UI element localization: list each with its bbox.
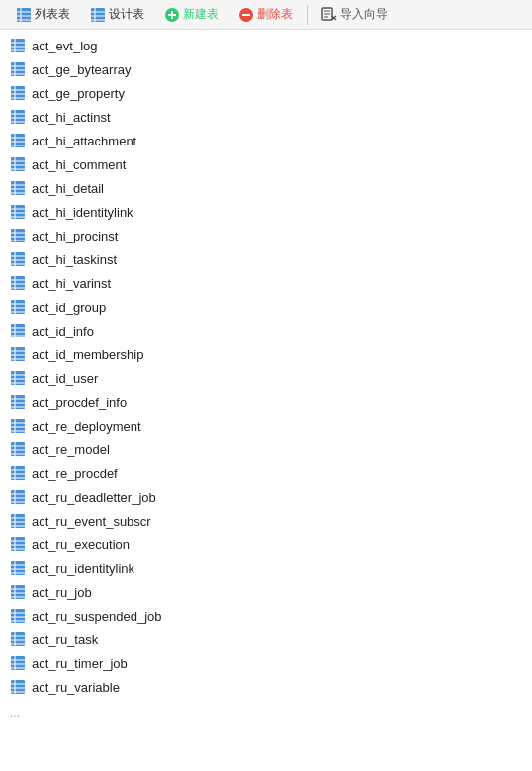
delete-table-label: 删除表 — [257, 6, 293, 23]
table-grid-icon — [10, 299, 26, 315]
table-name-label: act_hi_varinst — [32, 276, 111, 291]
table-name-label: act_procdef_info — [32, 395, 127, 410]
table-grid-icon — [10, 180, 26, 196]
table-row-act-re-deployment[interactable]: act_re_deployment — [0, 414, 532, 437]
table-name-label: act_evt_log — [32, 39, 98, 53]
table-name-label: act_re_deployment — [32, 419, 141, 434]
table-name-label: act_hi_attachment — [32, 134, 136, 148]
table-grid-icon — [10, 489, 26, 505]
import-wizard-label: 导入向导 — [340, 6, 388, 23]
table-row-act-hi-detail[interactable]: act_hi_detail — [0, 176, 532, 200]
table-grid-icon — [10, 536, 26, 552]
table-grid-icon — [10, 85, 26, 101]
table-row-act-hi-procinst[interactable]: act_hi_procinst — [0, 224, 532, 247]
table-row-act-ge-bytearray[interactable]: act_ge_bytearray — [0, 57, 532, 81]
table-grid-icon — [10, 251, 26, 267]
delete-table-btn[interactable]: 删除表 — [230, 4, 301, 25]
table-name-label: act_hi_procinst — [32, 229, 118, 243]
table-row-act-procdef-info[interactable]: act_procdef_info — [0, 390, 532, 414]
table-grid-icon — [10, 560, 26, 576]
table-name-label: act_re_procdef — [32, 466, 118, 481]
table-grid-icon — [10, 394, 26, 410]
table-name-label: act_ru_execution — [32, 537, 130, 552]
table-row-act-hi-identitylink[interactable]: act_hi_identitylink — [0, 200, 532, 224]
table-grid-icon — [10, 204, 26, 220]
design-table-btn[interactable]: 设计表 — [82, 4, 152, 25]
table-row-act-ru-suspended-job[interactable]: act_ru_suspended_job — [0, 604, 532, 627]
design-table-label: 设计表 — [109, 6, 144, 23]
table-name-label: act_ru_event_subscr — [32, 514, 151, 529]
more-indicator: ... — [0, 703, 532, 723]
table-name-label: act_ru_task — [32, 632, 98, 647]
toolbar-divider — [307, 5, 308, 25]
import-wizard-btn[interactable]: 导入向导 — [313, 4, 396, 25]
new-table-icon — [164, 7, 180, 23]
table-grid-icon — [10, 655, 26, 671]
table-row-act-ru-deadletter-job[interactable]: act_ru_deadletter_job — [0, 485, 532, 509]
table-row-act-re-procdef[interactable]: act_re_procdef — [0, 461, 532, 485]
table-row-act-ru-execution[interactable]: act_ru_execution — [0, 532, 532, 556]
table-row-act-ge-property[interactable]: act_ge_property — [0, 81, 532, 105]
table-grid-icon — [10, 370, 26, 386]
toolbar: 列表表 设计表 新建表 — [0, 0, 532, 30]
list-table-label: 列表表 — [35, 6, 70, 23]
table-name-label: act_ru_deadletter_job — [32, 490, 156, 505]
table-name-label: act_hi_identitylink — [32, 205, 133, 220]
table-row-act-hi-taskinst[interactable]: act_hi_taskinst — [0, 247, 532, 271]
table-name-label: act_ru_suspended_job — [32, 609, 162, 624]
table-name-label: act_ru_identitylink — [32, 561, 134, 576]
table-row-act-hi-varinst[interactable]: act_hi_varinst — [0, 271, 532, 295]
table-row-act-ru-task[interactable]: act_ru_task — [0, 627, 532, 651]
list-table-btn[interactable]: 列表表 — [8, 4, 78, 25]
table-row-act-id-group[interactable]: act_id_group — [0, 295, 532, 319]
table-grid-icon — [10, 275, 26, 291]
table-grid-icon — [10, 679, 26, 695]
table-grid-icon — [10, 109, 26, 125]
table-name-label: act_hi_taskinst — [32, 252, 117, 267]
table-row-act-evt-log[interactable]: act_evt_log — [0, 34, 532, 57]
table-row-act-hi-attachment[interactable]: act_hi_attachment — [0, 129, 532, 152]
design-table-icon — [90, 7, 106, 23]
table-row-act-ru-event-subscr[interactable]: act_ru_event_subscr — [0, 509, 532, 532]
table-grid-icon — [10, 513, 26, 529]
table-name-label: act_ru_variable — [32, 680, 120, 695]
table-grid-icon — [10, 465, 26, 481]
table-name-label: act_ru_timer_job — [32, 656, 128, 671]
table-row-act-ru-job[interactable]: act_ru_job — [0, 580, 532, 604]
table-name-label: act_hi_actinst — [32, 110, 111, 125]
table-grid-icon — [10, 156, 26, 172]
table-name-label: act_ge_bytearray — [32, 62, 131, 77]
table-row-act-hi-comment[interactable]: act_hi_comment — [0, 152, 532, 176]
table-grid-icon — [10, 584, 26, 600]
table-name-label: act_id_group — [32, 300, 106, 315]
import-icon — [321, 7, 337, 23]
table-name-label: act_re_model — [32, 442, 110, 457]
new-table-label: 新建表 — [183, 6, 219, 23]
table-row-act-id-membership[interactable]: act_id_membership — [0, 342, 532, 366]
table-grid-icon — [10, 608, 26, 624]
list-table-icon — [16, 7, 32, 23]
table-name-label: act_hi_comment — [32, 157, 126, 172]
table-row-act-id-info[interactable]: act_id_info — [0, 319, 532, 342]
table-name-label: act_id_user — [32, 371, 98, 386]
table-name-label: act_ru_job — [32, 585, 92, 600]
table-grid-icon — [10, 441, 26, 457]
table-row-act-re-model[interactable]: act_re_model — [0, 437, 532, 461]
table-grid-icon — [10, 228, 26, 243]
table-grid-icon — [10, 133, 26, 148]
table-grid-icon — [10, 38, 26, 53]
table-grid-icon — [10, 323, 26, 338]
table-row-act-id-user[interactable]: act_id_user — [0, 366, 532, 390]
table-name-label: act_id_info — [32, 324, 94, 338]
table-name-label: act_id_membership — [32, 347, 143, 362]
table-name-label: act_hi_detail — [32, 181, 104, 196]
table-grid-icon — [10, 61, 26, 77]
table-row-act-ru-identitylink[interactable]: act_ru_identitylink — [0, 556, 532, 580]
table-grid-icon — [10, 631, 26, 647]
new-table-btn[interactable]: 新建表 — [156, 4, 226, 25]
table-list: act_evt_log act_ge_bytearray act_ge_prop… — [0, 30, 532, 703]
table-grid-icon — [10, 346, 26, 362]
table-row-act-hi-actinst[interactable]: act_hi_actinst — [0, 105, 532, 129]
table-row-act-ru-timer-job[interactable]: act_ru_timer_job — [0, 651, 532, 675]
table-row-act-ru-variable[interactable]: act_ru_variable — [0, 675, 532, 699]
